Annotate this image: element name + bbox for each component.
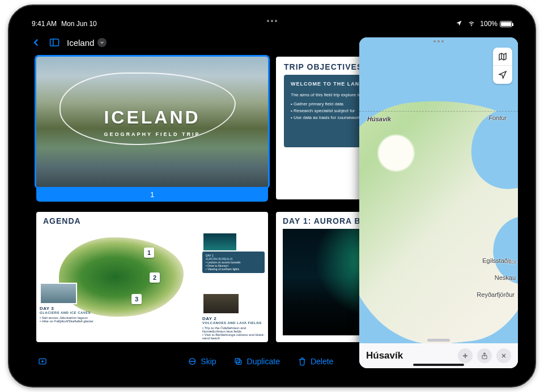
status-date: Mon Jun 10 xyxy=(61,20,97,28)
map-marker-2: 2 xyxy=(150,272,160,283)
document-title-text: Iceland xyxy=(67,38,94,48)
document-title[interactable]: Iceland xyxy=(67,38,107,48)
duplicate-button[interactable]: Duplicate xyxy=(233,357,280,366)
sheet-grabber[interactable] xyxy=(427,339,450,342)
ipad-frame: 9:41 AM Mon Jun 10 100% xyxy=(8,5,536,387)
maps-slideover[interactable]: Húsavík Fontur Egilsstaðir Neskau Reyðar… xyxy=(359,37,518,368)
delete-button[interactable]: Delete xyxy=(297,357,333,366)
multitask-dots[interactable] xyxy=(267,20,277,22)
day1-body: • Lecture on aurora borealis • Drive to … xyxy=(206,261,261,271)
map-surface[interactable]: Húsavík Fontur Egilsstaðir Neskau Reyðar… xyxy=(359,37,518,343)
duplicate-label: Duplicate xyxy=(247,357,280,366)
map-label-neskaup: Neskau xyxy=(495,274,516,281)
map-latitude-line xyxy=(359,111,518,112)
day2-title: DAY 2 xyxy=(202,316,265,321)
locate-me-button[interactable] xyxy=(493,66,512,84)
wifi-icon xyxy=(468,20,475,28)
day2-sub: VOLCANOES AND LAVA FIELDS xyxy=(202,321,265,325)
map-label-husavik: Húsavík xyxy=(367,116,391,122)
map-label-reydarfj: Reyðarfjörður xyxy=(477,291,515,298)
battery-indicator: 100% xyxy=(480,20,512,28)
map-label-nor: Nor xyxy=(507,258,517,265)
status-time: 9:41 AM xyxy=(32,20,57,28)
chevron-down-icon[interactable] xyxy=(97,38,107,47)
back-button[interactable] xyxy=(31,37,42,48)
slide-1-subtitle: GEOGRAPHY FIELD TRIP xyxy=(104,131,201,137)
map-controls xyxy=(493,48,512,84)
location-icon xyxy=(455,20,463,28)
slide-number-bar: 1 xyxy=(36,187,268,202)
map-mode-button[interactable] xyxy=(493,48,512,66)
status-bar: 9:41 AM Mon Jun 10 100% xyxy=(23,17,521,31)
add-slide-button[interactable] xyxy=(37,357,48,366)
day3-photo xyxy=(40,283,77,304)
add-place-button[interactable] xyxy=(458,348,473,363)
map-marker-3: 3 xyxy=(131,294,142,304)
day3-sub: GLACIERS AND ICE CAVES xyxy=(40,311,102,314)
battery-percent: 100% xyxy=(480,20,498,28)
slide-1[interactable]: ICELAND GEOGRAPHY FIELD TRIP xyxy=(36,57,268,187)
day2-body: • Trip to the Ódáðahraun and Norræðurhra… xyxy=(202,326,265,340)
share-button[interactable] xyxy=(477,348,492,363)
slideover-drag-handle[interactable] xyxy=(434,40,444,42)
delete-label: Delete xyxy=(311,357,333,366)
map-label-fontur: Fontur xyxy=(488,114,507,121)
slide-3[interactable]: AGENDA 1 2 3 DAY 1 AURORA BOREALIS • Lec… xyxy=(36,212,268,342)
skip-label: Skip xyxy=(201,357,216,366)
map-landmass xyxy=(359,90,518,353)
svg-rect-0 xyxy=(50,39,59,46)
skip-button[interactable]: Skip xyxy=(187,357,216,366)
close-button[interactable] xyxy=(496,348,511,363)
slide-1-title: ICELAND xyxy=(104,107,200,128)
slide-number: 1 xyxy=(150,190,154,199)
map-marker-1: 1 xyxy=(144,248,154,258)
day3-title: DAY 3 xyxy=(40,306,102,311)
home-indicator[interactable] xyxy=(413,364,464,366)
day3-body: • Sail across Jökulsárlón lagoon • Hike … xyxy=(40,316,102,323)
maps-place-title: Húsavík xyxy=(366,350,453,361)
day1-photo xyxy=(202,232,237,252)
sidebar-toggle-icon[interactable] xyxy=(49,37,60,48)
screen: 9:41 AM Mon Jun 10 100% xyxy=(23,17,521,375)
slide-1-wrap: ICELAND GEOGRAPHY FIELD TRIP 1 xyxy=(36,57,268,204)
slide-3-heading: AGENDA xyxy=(43,216,261,225)
day2-photo xyxy=(202,293,240,314)
